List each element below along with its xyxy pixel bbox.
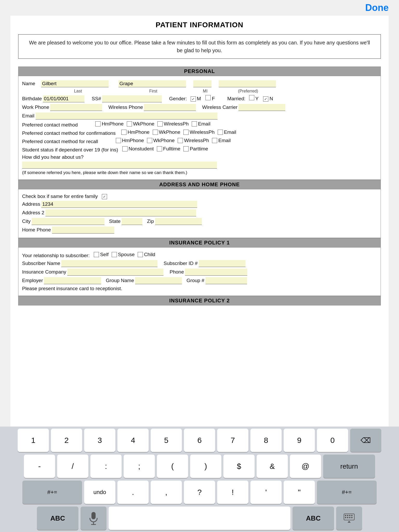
insurance2-header: INSURANCE POLICY 2 (18, 296, 381, 305)
parttime-label: Parttime (190, 146, 208, 152)
ss-input[interactable] (102, 95, 162, 102)
zip-input[interactable] (155, 218, 202, 225)
key-hashtag-right[interactable]: #+= (317, 481, 377, 504)
rel-self-checkbox[interactable] (94, 252, 99, 257)
pref-wk-label: WkPhone (133, 121, 154, 127)
svg-rect-4 (345, 515, 346, 516)
key-abc-right[interactable]: ABC (292, 507, 334, 530)
pref-hm-label: HmPhone (102, 121, 124, 127)
wireless-phone-input[interactable] (144, 104, 196, 111)
svg-rect-7 (351, 515, 353, 516)
pref-confirm-hm-group: HmPhone (121, 129, 150, 135)
pref-recall-wireless-checkbox[interactable] (178, 138, 183, 143)
personal-header: PERSONAL (18, 66, 381, 76)
birthdate-input[interactable] (43, 95, 84, 102)
email-input[interactable] (36, 112, 217, 119)
employer-label: Employer (22, 278, 43, 283)
key-space[interactable] (109, 507, 290, 530)
state-input[interactable] (122, 218, 142, 225)
key-question[interactable]: ? (184, 481, 215, 504)
pref-hm-checkbox[interactable] (95, 121, 101, 127)
pref-confirm-wireless-checkbox[interactable] (183, 130, 189, 135)
key-4[interactable]: 4 (117, 429, 149, 452)
married-y-checkbox[interactable] (249, 95, 254, 100)
home-phone-input[interactable] (52, 227, 114, 234)
key-keyboard-icon[interactable] (336, 507, 362, 530)
key-quote[interactable]: " (284, 481, 315, 504)
key-slash[interactable]: / (57, 455, 88, 478)
referral-input[interactable] (22, 162, 217, 169)
ins-phone-input[interactable] (185, 269, 247, 276)
key-exclamation[interactable]: ! (217, 481, 248, 504)
pref-recall-email-checkbox[interactable] (212, 138, 217, 143)
ins-card-row: Please present insurance card to recepti… (22, 286, 377, 291)
key-7[interactable]: 7 (217, 429, 248, 452)
wireless-carrier-input[interactable] (238, 104, 285, 111)
key-open-paren[interactable]: ( (157, 455, 188, 478)
address1-input[interactable] (41, 201, 197, 208)
pref-recall-hm-checkbox[interactable] (116, 138, 121, 143)
pref-email-label: Email (198, 121, 210, 127)
key-period[interactable]: . (117, 481, 149, 504)
gender-m-checkbox[interactable] (191, 96, 196, 102)
last-name-input[interactable] (41, 80, 109, 87)
key-close-paren[interactable]: ) (190, 455, 221, 478)
done-button[interactable]: Done (365, 2, 389, 13)
key-mic[interactable] (81, 507, 107, 530)
key-1[interactable]: 1 (18, 429, 49, 452)
married-n-checkbox[interactable] (263, 96, 268, 102)
mi-input[interactable] (193, 80, 211, 87)
key-comma[interactable]: , (151, 481, 182, 504)
first-name-input[interactable] (118, 80, 186, 87)
state-label: State (109, 218, 121, 224)
preferred-name-input[interactable] (219, 80, 276, 87)
subscriber-id-input[interactable] (199, 260, 245, 267)
key-dash[interactable]: - (24, 455, 55, 478)
key-2[interactable]: 2 (51, 429, 82, 452)
pref-wk-checkbox[interactable] (127, 121, 132, 127)
parttime-checkbox[interactable] (183, 146, 189, 151)
address2-row: Address 2 (22, 209, 377, 216)
ins-company-input[interactable] (67, 269, 163, 276)
employer-input[interactable] (44, 277, 101, 284)
pref-confirm-email-checkbox[interactable] (218, 130, 223, 135)
pref-wireless-checkbox[interactable] (157, 121, 163, 127)
student-row: Student status if dependent over 19 (for… (22, 146, 377, 153)
subscriber-name-input[interactable] (61, 260, 157, 267)
group-name-input[interactable] (135, 277, 182, 284)
group-num-input[interactable] (205, 277, 247, 284)
city-input[interactable] (32, 218, 104, 225)
same-family-row: Check box if same for entire family (22, 194, 377, 199)
pref-confirm-wk-checkbox[interactable] (153, 130, 158, 135)
key-hashtag-left[interactable]: #+= (22, 481, 82, 504)
key-5[interactable]: 5 (151, 429, 182, 452)
key-8[interactable]: 8 (250, 429, 282, 452)
pref-email-checkbox[interactable] (192, 121, 197, 127)
address2-input[interactable] (45, 209, 196, 216)
key-apostrophe[interactable]: ' (250, 481, 282, 504)
rel-spouse-checkbox[interactable] (112, 252, 117, 257)
relationship-label: Your relationship to subscriber: (22, 253, 90, 258)
first-label: First (116, 89, 191, 94)
pref-confirm-hm-checkbox[interactable] (121, 130, 127, 135)
fulltime-checkbox[interactable] (157, 146, 162, 151)
key-9[interactable]: 9 (284, 429, 315, 452)
work-phone-input[interactable] (50, 104, 102, 111)
same-family-checkbox[interactable] (102, 194, 107, 199)
key-at[interactable]: @ (290, 455, 321, 478)
key-semicolon[interactable]: ; (124, 455, 155, 478)
key-ampersand[interactable]: & (257, 455, 288, 478)
gender-f-checkbox[interactable] (205, 95, 211, 100)
key-3[interactable]: 3 (84, 429, 115, 452)
key-0[interactable]: 0 (317, 429, 348, 452)
key-dollar[interactable]: $ (223, 455, 255, 478)
key-abc-left[interactable]: ABC (37, 507, 78, 530)
key-delete[interactable]: ⌫ (350, 429, 381, 452)
key-colon[interactable]: : (90, 455, 122, 478)
key-return[interactable]: return (323, 455, 375, 478)
key-undo[interactable]: undo (84, 481, 115, 504)
rel-child-checkbox[interactable] (138, 252, 143, 257)
nonstudent-checkbox[interactable] (122, 146, 128, 151)
pref-recall-wk-checkbox[interactable] (147, 138, 152, 143)
key-6[interactable]: 6 (184, 429, 215, 452)
